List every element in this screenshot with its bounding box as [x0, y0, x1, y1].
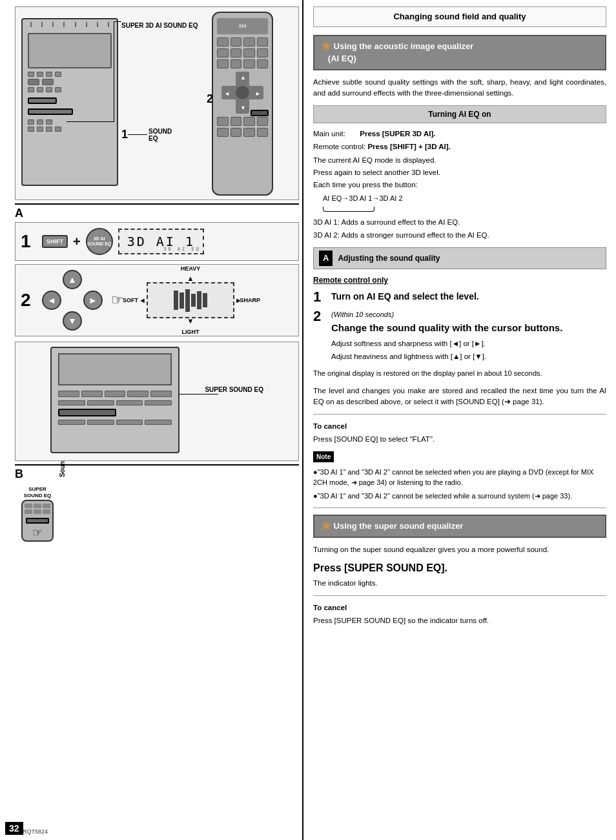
banner-b-intro: Turning on the super sound equalizer giv…	[313, 544, 606, 555]
note2-text: ●"3D AI 1" and "3D AI 2" cannot be selec…	[313, 491, 606, 502]
note1-text: ●"3D AI 1" and "3D AI 2" cannot be selec…	[313, 467, 606, 488]
divider-3	[313, 595, 606, 596]
section-a-label: A	[15, 203, 299, 222]
rqt-code: RQT5824	[23, 828, 48, 835]
remote-bottom-buttons	[217, 117, 268, 137]
divider-1	[313, 414, 606, 415]
remote-diagram: ▮▮▮ ◄ ►	[212, 12, 273, 196]
step1-right-text: Turn on AI EQ and select the level.	[331, 290, 606, 303]
top-diagram: SUPER 3D AI SOUND EQ 1 SOUNDEQ ▮▮▮	[18, 8, 296, 199]
section-b-label: B	[15, 464, 299, 483]
cancel1-label: To cancel	[313, 421, 606, 432]
down-button[interactable]: ▼	[63, 311, 82, 331]
cancel1-text: Press [SOUND EQ] to select "FLAT".	[313, 434, 606, 445]
remote-top-display: ▮▮▮	[217, 18, 268, 34]
sound-eq-label: SOUNDEQ	[149, 128, 172, 142]
step2-right-text: Change the sound quality with the cursor…	[331, 321, 606, 336]
step1-right-num: 1	[313, 290, 326, 305]
shift-button[interactable]: SHIFT	[42, 235, 68, 248]
left-panel: Sound quality/sound field operations	[0, 0, 303, 840]
eq-diagram: HEAVY LIGHT SOFT SHARP ▲ ▼ ◄ ►	[139, 274, 242, 326]
main-unit-diagram	[21, 18, 118, 186]
current-mode-line: The current AI EQ mode is displayed.	[313, 155, 606, 166]
callout-1-num: 1	[121, 128, 128, 141]
step1-number: 1	[21, 231, 37, 252]
3dai1-note: 3D AI 1: Adds a surround effect to the A…	[313, 217, 606, 228]
step2-number: 2	[21, 290, 37, 311]
sharp-label: SHARP	[240, 297, 260, 303]
super-3d-ai-label: SUPER 3D AI SOUND EQ	[121, 21, 198, 30]
page-number: 32	[5, 822, 23, 835]
step2-note2: Adjust heaviness and lightness with [▲] …	[331, 351, 606, 362]
right-button[interactable]: ►	[83, 291, 103, 310]
super-sound-eq-remote-label: SUPERSOUND EQ	[21, 486, 54, 498]
main-title: Changing sound field and quality	[313, 6, 606, 27]
super-sound-eq-banner: 🔅 Using the super sound equalizer	[313, 515, 606, 538]
loop-arrow	[323, 207, 606, 212]
eq-bars-box	[147, 282, 234, 318]
note-box-label: Note	[313, 451, 334, 462]
cursor-buttons-grid: ▲ ◄ ► ▼	[42, 270, 103, 331]
super-sound-eq-remote-area: SUPERSOUND EQ ☞	[21, 486, 54, 542]
main-unit-screen	[28, 33, 112, 68]
soft-label: SOFT	[123, 297, 138, 303]
b-bottom-area: SUPERSOUND EQ ☞	[15, 483, 299, 561]
super-sound-eq-label: SUPER SOUND EQ	[205, 385, 263, 394]
divider-2	[313, 507, 606, 508]
plus-sign: +	[73, 234, 81, 249]
press-super-text: Press [SUPER SOUND EQ].	[313, 560, 606, 576]
remote-instruction: Remote control: Press [SHIFT] + [3D AI].	[313, 141, 606, 152]
up-button[interactable]: ▲	[63, 270, 82, 289]
top-device-section: SUPER 3D AI SOUND EQ 1 SOUNDEQ ▮▮▮	[15, 6, 299, 200]
cancel2-label: To cancel	[313, 602, 606, 613]
heavy-label: HEAVY	[181, 265, 200, 272]
indicator-text: The indicator lights.	[313, 578, 606, 589]
left-button[interactable]: ◄	[42, 291, 61, 310]
step2-note1: Adjust softness and sharpness with [◄] o…	[331, 338, 606, 349]
arrow-sequence-box: AI EQ→3D AI 1→3D AI 2	[323, 193, 606, 204]
section-a-header-text: Adjusting the sound quality	[338, 252, 440, 264]
callout-2-num: 2	[207, 92, 213, 106]
step1-area: 1 SHIFT + 3D AISOUND EQ 3D AI 1 3D AI EQ	[15, 222, 299, 261]
3dai2-note: 3D AI 2: Adds a stronger surround effect…	[313, 230, 606, 241]
remote-only-label: Remote control only	[313, 274, 606, 286]
right-panel: Changing sound field and quality 🔅 Using…	[303, 0, 616, 840]
each-time-line: Each time you press the button:	[313, 179, 606, 190]
step2-right: 2 (Within 10 seconds) Change the sound q…	[313, 309, 606, 365]
display-readout: 3D AI 1 3D AI EQ	[118, 229, 204, 254]
stored-text: The level and changes you make are store…	[313, 385, 606, 408]
turning-ai-eq-on-header: Turning AI EQ on	[313, 105, 606, 123]
right-content: Changing sound field and quality 🔅 Using…	[313, 6, 606, 626]
b-main-unit	[50, 347, 180, 453]
remote-dpad: ◄ ► ▲ ▼	[221, 72, 263, 114]
step2-within-text: (Within 10 seconds)	[331, 309, 606, 320]
light-label: LIGHT	[182, 329, 200, 335]
cancel2-text: Press [SUPER SOUND EQ] so the indicator …	[313, 615, 606, 626]
ai-eq-banner: 🔅 Using the acoustic image equalizer (AI…	[313, 35, 606, 70]
step2-area: 2 ▲ ◄ ► ▼ ☞ HEAVY LIGHT	[15, 264, 299, 336]
remote-small-b: ☞	[21, 500, 54, 542]
step2-right-num: 2	[313, 309, 326, 365]
press-again-line: Press again to select another 3D level.	[313, 167, 606, 178]
main-unit-instruction: Main unit: Press [SUPER 3D AI].	[313, 128, 606, 139]
section-a-header-box: A Adjusting the sound quality	[313, 247, 606, 269]
restore-text: The original display is restored on the …	[313, 368, 606, 379]
3d-ai-sound-eq-button[interactable]: 3D AISOUND EQ	[86, 228, 113, 255]
hand-icon: ☞	[111, 292, 124, 309]
step1-right: 1 Turn on AI EQ and select the level.	[313, 290, 606, 305]
b-device-section: SUPER SOUND EQ	[15, 342, 299, 461]
note-section: Note ●"3D AI 1" and "3D AI 2" cannot be …	[313, 451, 606, 502]
intro-text: Achieve subtle sound quality settings wi…	[313, 77, 606, 99]
section-a-letter: A	[319, 251, 333, 266]
remote-buttons-area	[217, 37, 268, 68]
